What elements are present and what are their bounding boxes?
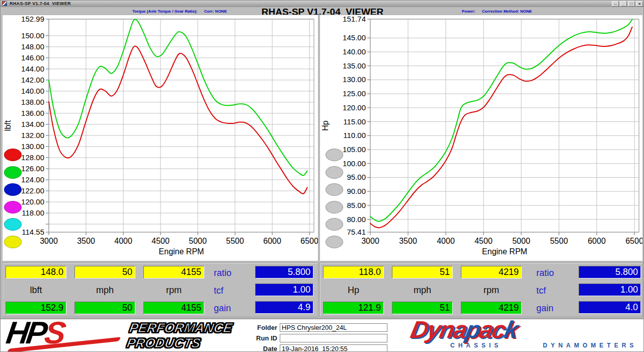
app-icon: [2, 1, 7, 6]
svg-text:140.00: 140.00: [21, 87, 44, 95]
svg-text:135.00: 135.00: [343, 61, 366, 70]
svg-text:134.00: 134.00: [21, 120, 44, 128]
date-label: Date: [251, 345, 280, 352]
tcf-field[interactable]: 1.00: [579, 284, 641, 296]
page-title: RHAS-SP V1.7-04 VIEWER: [1, 7, 644, 15]
hps-logo-hp: HP: [4, 315, 47, 350]
dynapack-logo: Dynapack CHASSIS DYNAMOMETERS: [411, 318, 642, 352]
svg-text:122.00: 122.00: [21, 186, 44, 195]
torque-chart-caption: Torque (Axle Torque / Gear Ratio): Corr:…: [132, 9, 227, 14]
torque-unit-label: lbft: [6, 284, 66, 297]
svg-text:105.00: 105.00: [343, 145, 366, 154]
window-title: RHAS-SP V1.7-04 VIEWER: [10, 1, 71, 6]
power-run-value-field[interactable]: 121.9: [323, 302, 384, 314]
power-cursor-mph-field[interactable]: 51: [392, 266, 453, 278]
power-cursor-value-field[interactable]: 118.0: [323, 266, 384, 278]
ratio-label: ratio: [536, 268, 554, 278]
svg-text:4000: 4000: [114, 237, 132, 245]
svg-text:144.00: 144.00: [21, 64, 44, 73]
dynapack-chassis-label: CHASSIS: [450, 342, 502, 349]
svg-text:115.00: 115.00: [343, 117, 366, 126]
ratio-field[interactable]: 5.800: [255, 266, 313, 278]
gain-field[interactable]: 4.9: [255, 301, 313, 314]
power-cursor-rpm-field[interactable]: 4219: [461, 266, 522, 278]
dynapack-wordmark: Dynapack: [408, 317, 520, 343]
dynapack-dynamometers-label: DYNAMOMETERS: [543, 342, 637, 349]
window-controls: ↔ _ □ ×: [612, 1, 643, 7]
torque-run-rpm-field[interactable]: 4155: [143, 302, 204, 314]
svg-text:110.00: 110.00: [343, 131, 366, 139]
ratio-field[interactable]: 5.800: [579, 266, 641, 278]
svg-text:85.00: 85.00: [347, 201, 366, 209]
tcf-label: tcf: [536, 286, 546, 296]
ratio-label: ratio: [214, 268, 231, 278]
date-input[interactable]: [280, 344, 387, 352]
svg-text:151.74: 151.74: [343, 15, 366, 23]
power-corrected-green-curve: [370, 20, 632, 222]
svg-text:125.00: 125.00: [343, 89, 366, 98]
svg-text:5000: 5000: [189, 237, 207, 245]
svg-text:80.00: 80.00: [347, 215, 366, 224]
svg-text:5500: 5500: [550, 237, 568, 245]
torque-cursor-value-field[interactable]: 148.0: [6, 266, 66, 278]
svg-text:Engine RPM: Engine RPM: [159, 247, 204, 256]
svg-text:136.00: 136.00: [21, 109, 44, 117]
torque-run-value-field[interactable]: 152.9: [6, 302, 66, 314]
svg-text:120.00: 120.00: [343, 103, 366, 112]
svg-text:100.00: 100.00: [343, 159, 366, 168]
svg-text:6000: 6000: [588, 237, 606, 245]
svg-text:4000: 4000: [437, 237, 455, 245]
svg-text:152.99: 152.99: [21, 15, 44, 23]
svg-text:124.00: 124.00: [21, 175, 44, 184]
svg-text:4500: 4500: [151, 237, 170, 245]
gain-label: gain: [214, 303, 231, 314]
power-chart-panel[interactable]: 151.74145.00140.00135.00130.00125.00120.…: [319, 15, 643, 261]
svg-text:6000: 6000: [263, 237, 281, 245]
gain-label: gain: [536, 303, 553, 314]
close-button[interactable]: ×: [636, 1, 643, 7]
svg-text:lbft: lbft: [4, 120, 12, 131]
power-run-rpm-field[interactable]: 4219: [461, 302, 522, 314]
power-measured-red-curve: [370, 27, 632, 228]
power-unit-label: Hp: [323, 284, 384, 297]
svg-text:120.00: 120.00: [21, 197, 44, 206]
rpm-unit-label: rpm: [143, 284, 204, 297]
tcf-field[interactable]: 1.00: [255, 284, 313, 296]
svg-text:3500: 3500: [399, 237, 417, 245]
svg-text:140.00: 140.00: [343, 47, 366, 56]
power-chart-plot[interactable]: 151.74145.00140.00135.00130.00125.00120.…: [320, 15, 642, 261]
mph-unit-label: mph: [392, 284, 453, 297]
svg-text:3000: 3000: [40, 237, 58, 245]
gain-field[interactable]: 4.0: [579, 301, 641, 314]
svg-text:90.00: 90.00: [347, 187, 366, 195]
folder-input[interactable]: [280, 323, 387, 332]
svg-text:132.00: 132.00: [21, 131, 44, 139]
svg-text:5000: 5000: [512, 237, 530, 245]
resize-button[interactable]: ↔: [612, 1, 619, 7]
torque-run-mph-field[interactable]: 50: [74, 302, 135, 314]
torque-cursor-rpm-field[interactable]: 4155: [143, 266, 204, 278]
svg-text:6500: 6500: [300, 237, 318, 245]
svg-text:3500: 3500: [77, 237, 95, 245]
svg-text:Hp: Hp: [321, 120, 330, 131]
run-id-input[interactable]: [280, 334, 387, 342]
hps-tagline-line1: PERFORMANCE: [128, 320, 233, 335]
power-run-mph-field[interactable]: 51: [392, 302, 453, 314]
torque-chart-panel[interactable]: 152.99150.00148.00146.00144.00142.00140.…: [2, 15, 318, 261]
svg-text:130.00: 130.00: [343, 75, 366, 84]
minimize-button[interactable]: _: [620, 1, 627, 7]
hps-tagline-line2: PRODUCTS: [126, 335, 231, 350]
run-id-label: Run ID: [251, 334, 280, 342]
svg-text:6500: 6500: [625, 237, 642, 245]
svg-text:75.41: 75.41: [347, 228, 366, 236]
restore-button[interactable]: □: [628, 1, 635, 7]
folder-label: Folder: [251, 324, 280, 331]
svg-text:5500: 5500: [226, 237, 244, 245]
svg-text:3000: 3000: [361, 237, 379, 245]
svg-text:114.55: 114.55: [22, 228, 44, 236]
svg-text:146.00: 146.00: [21, 53, 44, 62]
torque-cursor-mph-field[interactable]: 50: [74, 266, 135, 278]
svg-text:145.00: 145.00: [343, 33, 366, 42]
torque-chart-plot[interactable]: 152.99150.00148.00146.00144.00142.00140.…: [3, 15, 318, 261]
power-chart-caption: Power: Correction Method: NONE: [462, 9, 532, 14]
